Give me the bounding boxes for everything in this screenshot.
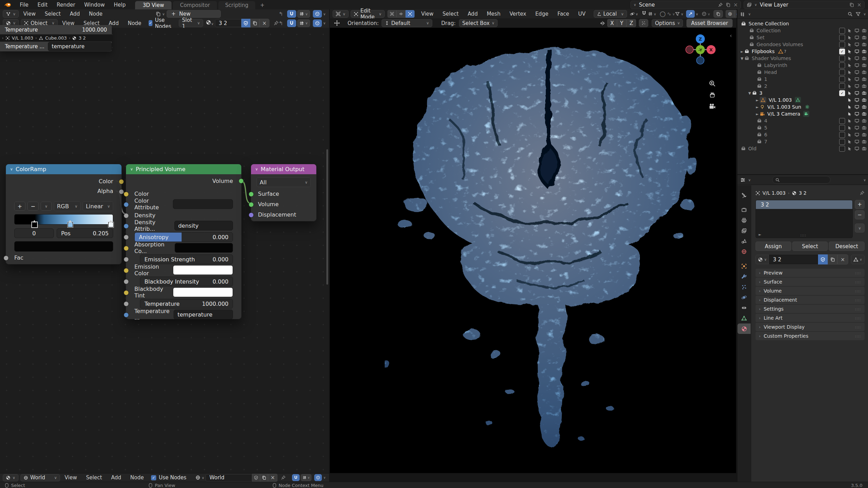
parent-up-icon[interactable]: ↰: [279, 20, 283, 26]
hide-viewport-icon[interactable]: [854, 35, 859, 40]
colorramp-node[interactable]: ∨ColorRamp Color Alpha + − ∨ RGB∨ Linear…: [6, 164, 122, 264]
hide-render-icon[interactable]: [862, 98, 867, 102]
outliner-row[interactable]: 6: [737, 131, 868, 138]
panel-line-art[interactable]: ›Line Art::::: [756, 314, 865, 322]
exclude-checkbox[interactable]: [839, 69, 845, 75]
hide-viewport-icon[interactable]: [854, 56, 859, 61]
close-icon[interactable]: ×: [733, 2, 738, 8]
hide-viewport-icon[interactable]: [854, 111, 859, 116]
mirror-z-toggle[interactable]: Z: [626, 19, 636, 27]
overlays-toggle[interactable]: [313, 19, 322, 27]
exclude-checkbox[interactable]: [839, 28, 845, 34]
menu-help[interactable]: Help: [109, 2, 130, 8]
hide-viewport-icon[interactable]: [854, 70, 859, 75]
use-nodes-checkbox[interactable]: ✓: [149, 20, 152, 26]
camera-data-badge[interactable]: [803, 111, 809, 117]
emission-strength-slider[interactable]: Emission Strength0.000: [140, 254, 233, 264]
hide-render-icon[interactable]: [862, 49, 867, 54]
filter-icon[interactable]: [856, 11, 861, 17]
overlays-dropdown[interactable]: ∨: [323, 21, 326, 25]
outliner-row[interactable]: Geondoes Volumes: [737, 41, 868, 48]
exclude-checkbox[interactable]: ✓: [839, 90, 845, 96]
pin-icon[interactable]: [274, 20, 279, 26]
selectable-icon[interactable]: [848, 105, 852, 109]
exclude-checkbox[interactable]: [839, 125, 845, 131]
zoom-icon[interactable]: [709, 80, 716, 87]
outliner-row[interactable]: ► V/L 1.003 Sun: [737, 103, 868, 110]
volume-input-socket[interactable]: [249, 202, 254, 207]
unlink-world-button[interactable]: ×: [268, 474, 277, 482]
material-slot-list[interactable]: 3 2 ► ::::: [756, 200, 853, 238]
hide-viewport-icon[interactable]: [854, 132, 859, 137]
menu-vertex[interactable]: Vertex: [505, 11, 531, 17]
mirror-y-toggle[interactable]: Y: [617, 19, 626, 27]
hide-viewport-icon[interactable]: [854, 28, 859, 33]
blackbody-intensity-slider[interactable]: Blackbody Intensity0.000: [140, 277, 233, 286]
close-icon[interactable]: ×: [857, 2, 861, 8]
menu-edge[interactable]: Edge: [531, 11, 553, 17]
hide-render-icon[interactable]: [862, 118, 867, 123]
fake-user-toggle[interactable]: [818, 254, 828, 264]
emission-strength-socket[interactable]: [124, 257, 129, 262]
color-ramp-gradient[interactable]: [14, 214, 113, 225]
colorramp-node-header[interactable]: ∨ColorRamp: [6, 164, 122, 174]
use-nodes-checkbox[interactable]: ✓: [151, 475, 156, 480]
tab-scripting[interactable]: Scripting: [218, 1, 256, 9]
hide-render-icon[interactable]: [862, 35, 867, 40]
assign-button[interactable]: Assign: [756, 242, 791, 251]
ramp-stop-white[interactable]: [108, 222, 114, 227]
selectable-icon[interactable]: [848, 70, 852, 75]
copy-icon[interactable]: [849, 2, 854, 7]
list-resize-grip[interactable]: ::::: [800, 233, 806, 237]
overlays-dropdown[interactable]: ∨: [702, 11, 710, 16]
tab-tool[interactable]: [737, 190, 751, 201]
tab-physics[interactable]: [737, 292, 751, 303]
mesh-data-badge[interactable]: [795, 97, 801, 103]
outliner-row[interactable]: ► Flipbooks 7 ✓: [737, 48, 868, 55]
color-attribute-socket[interactable]: [124, 202, 129, 207]
tab-modifiers[interactable]: [737, 271, 751, 282]
outliner-row[interactable]: 5: [737, 124, 868, 131]
color-mode-dropdown[interactable]: RGB∨: [54, 201, 81, 211]
panel-preview[interactable]: ›Preview::::: [756, 269, 865, 277]
tab-view-layer[interactable]: [737, 226, 751, 236]
selectable-icon[interactable]: [848, 35, 852, 40]
snap-target-dropdown[interactable]: ∨: [301, 474, 312, 481]
properties-options-dropdown[interactable]: ∨: [863, 178, 866, 182]
outliner-row[interactable]: ► V/L 3 Camera: [737, 110, 868, 117]
menu-add[interactable]: Add: [107, 474, 126, 481]
world-browse-dropdown[interactable]: ∨: [195, 475, 204, 480]
exclude-checkbox[interactable]: [839, 83, 845, 89]
editor-type-dropdown[interactable]: ∨: [748, 178, 751, 182]
material-browse-dropdown[interactable]: ∨: [756, 255, 769, 264]
copy-material-button[interactable]: [250, 19, 259, 27]
editor-type-selector[interactable]: ∨: [333, 10, 349, 18]
blender-logo-icon[interactable]: [4, 2, 12, 8]
panel-displacement[interactable]: ›Displacement::::: [756, 296, 865, 304]
menu-face[interactable]: Face: [553, 11, 574, 17]
tweak-tool-icon[interactable]: [334, 20, 340, 26]
exclude-checkbox[interactable]: [839, 118, 845, 124]
redo-attribute-field[interactable]: temperature: [48, 42, 112, 51]
temperature-slider[interactable]: Temperature1000.000: [140, 299, 233, 309]
material-slot-item[interactable]: 3 2: [756, 200, 852, 209]
unlink-material-button[interactable]: ×: [259, 19, 269, 27]
menu-select[interactable]: Select: [40, 11, 65, 17]
hide-viewport-icon[interactable]: [854, 104, 859, 109]
parent-up-icon[interactable]: ↰: [279, 11, 283, 17]
edge-select-mode[interactable]: [397, 10, 406, 18]
color-output-socket[interactable]: [119, 179, 124, 184]
ramp-options-dropdown[interactable]: ∨: [41, 202, 52, 211]
menu-node[interactable]: Node: [84, 11, 107, 17]
absorption-color-swatch[interactable]: [175, 243, 233, 253]
outliner-row[interactable]: 2: [737, 83, 868, 90]
menu-select[interactable]: Select: [438, 11, 463, 17]
exclude-checkbox[interactable]: [839, 139, 845, 145]
shader-type-dropdown[interactable]: World∨: [20, 474, 60, 481]
snapping-toggle[interactable]: [292, 474, 300, 481]
surface-input-socket[interactable]: [249, 192, 254, 197]
anisotropy-socket[interactable]: [124, 235, 129, 240]
selectable-icon[interactable]: [848, 42, 852, 47]
hide-render-icon[interactable]: [862, 42, 867, 47]
hide-render-icon[interactable]: [862, 139, 867, 144]
